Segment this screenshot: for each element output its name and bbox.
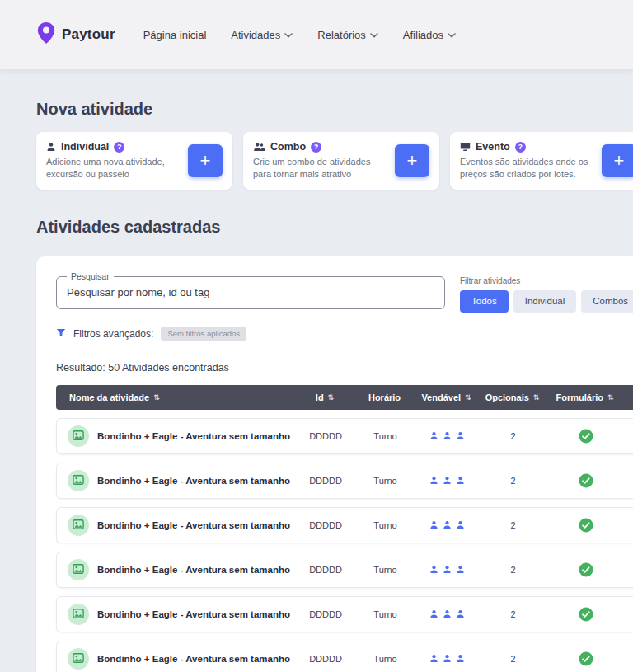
main-nav: Página inicialAtividadesRelatóriosAfilia… bbox=[143, 29, 456, 41]
new-activity-card-combo: Combo?Crie um combo de atividades para t… bbox=[243, 132, 439, 190]
image-icon bbox=[73, 430, 84, 442]
advanced-filters-badge: Sem filtros aplicados bbox=[161, 327, 246, 341]
nav-item-afiliados[interactable]: Afiliados bbox=[403, 29, 456, 41]
form-complete-icon bbox=[579, 651, 593, 666]
user-icon bbox=[429, 609, 438, 618]
activity-name: Bondinho + Eagle - Aventura sem tamanho bbox=[97, 520, 290, 530]
table-header: Nome da atividade⇅Id⇅HorárioVendável⇅Opc… bbox=[56, 385, 633, 410]
nav-item-atividades[interactable]: Atividades bbox=[231, 29, 293, 41]
user-icon bbox=[429, 565, 438, 574]
column-header-vendavel[interactable]: Vendável⇅ bbox=[415, 392, 478, 402]
activity-schedule: Turno bbox=[355, 476, 415, 486]
sort-icon: ⇅ bbox=[607, 393, 614, 402]
nav-item-pagina-inicial[interactable]: Página inicial bbox=[143, 29, 207, 41]
sort-icon: ⇅ bbox=[465, 393, 471, 402]
filter-buttons: TodosIndividualCombos bbox=[460, 290, 633, 313]
paytour-logo-icon bbox=[36, 21, 56, 48]
user-icon bbox=[429, 431, 438, 440]
sellable-channels bbox=[415, 565, 479, 574]
nav-item-label: Página inicial bbox=[143, 29, 207, 41]
nav-item-label: Afiliados bbox=[403, 29, 443, 41]
advanced-filters-toggle[interactable]: Filtros avançados: Sem filtros aplicados bbox=[56, 327, 633, 341]
filter-todos-button[interactable]: Todos bbox=[460, 290, 509, 313]
filter-combos-button[interactable]: Combos bbox=[581, 290, 633, 313]
activity-thumbnail-icon bbox=[68, 470, 89, 491]
chevron-down-icon bbox=[284, 33, 293, 38]
new-activity-title: Nova atividade bbox=[36, 100, 633, 119]
activities-title: Atividades cadastradas bbox=[36, 218, 633, 237]
form-complete-icon bbox=[579, 562, 593, 577]
image-icon bbox=[73, 609, 84, 620]
activity-row[interactable]: Bondinho + Eagle - Aventura sem tamanhoD… bbox=[56, 507, 633, 543]
column-label: Nome da atividade bbox=[69, 392, 149, 402]
user-icon bbox=[456, 565, 465, 574]
activity-name: Bondinho + Eagle - Aventura sem tamanho bbox=[97, 565, 290, 575]
column-label: Opcionais bbox=[485, 392, 529, 402]
activity-thumbnail-icon bbox=[68, 648, 89, 670]
new-activity-cards: Individual?Adicione uma nova atividade, … bbox=[36, 132, 633, 190]
help-icon[interactable]: ? bbox=[515, 142, 526, 153]
search-field-label: Pesquisar bbox=[67, 271, 114, 281]
image-icon bbox=[73, 519, 84, 531]
funnel-icon bbox=[56, 327, 66, 341]
sort-icon: ⇅ bbox=[153, 393, 160, 402]
activity-name: Bondinho + Eagle - Aventura sem tamanho bbox=[97, 609, 290, 619]
card-title: Individual bbox=[61, 141, 109, 153]
add-combo-button[interactable]: + bbox=[395, 144, 429, 177]
activity-row[interactable]: Bondinho + Eagle - Aventura sem tamanhoD… bbox=[56, 463, 633, 499]
optionals-count: 2 bbox=[479, 431, 547, 441]
column-label: Formulário bbox=[556, 392, 603, 402]
activity-id: DDDDD bbox=[296, 476, 355, 486]
help-icon[interactable]: ? bbox=[114, 142, 124, 153]
activity-thumbnail-icon bbox=[68, 425, 89, 447]
activities-table: Nome da atividade⇅Id⇅HorárioVendável⇅Opc… bbox=[56, 385, 633, 672]
activity-id: DDDDD bbox=[296, 609, 355, 619]
column-header-formulario[interactable]: Formulário⇅ bbox=[546, 392, 623, 402]
add-individual-button[interactable]: + bbox=[188, 144, 223, 177]
activity-row[interactable]: Bondinho + Eagle - Aventura sem tamanhoD… bbox=[56, 552, 633, 588]
activity-schedule: Turno bbox=[355, 654, 415, 664]
activity-row[interactable]: Bondinho + Eagle - Aventura sem tamanhoD… bbox=[56, 596, 633, 632]
navbar: Paytour Página inicialAtividadesRelatóri… bbox=[0, 0, 633, 70]
column-label: Id bbox=[316, 392, 324, 402]
chevron-down-icon bbox=[370, 33, 378, 38]
activity-row[interactable]: Bondinho + Eagle - Aventura sem tamanhoD… bbox=[56, 418, 633, 454]
activity-thumbnail-icon bbox=[68, 559, 89, 580]
activity-id: DDDDD bbox=[296, 520, 355, 530]
chevron-down-icon bbox=[448, 33, 456, 38]
search-filter-bar: Pesquisar Filtrar atividades TodosIndivi… bbox=[56, 276, 633, 313]
column-header-id[interactable]: Id⇅ bbox=[295, 392, 354, 402]
search-input[interactable] bbox=[57, 277, 444, 308]
nav-item-label: Atividades bbox=[231, 29, 280, 41]
brand[interactable]: Paytour bbox=[36, 21, 115, 48]
sort-icon: ⇅ bbox=[328, 393, 335, 402]
nav-item-relatorios[interactable]: Relatórios bbox=[317, 29, 378, 41]
user-icon bbox=[443, 565, 452, 574]
user-icon bbox=[443, 609, 452, 618]
activity-row[interactable]: Bondinho + Eagle - Aventura sem tamanhoD… bbox=[56, 641, 633, 672]
activity-schedule: Turno bbox=[355, 431, 415, 441]
help-icon[interactable]: ? bbox=[311, 142, 321, 153]
activity-thumbnail-icon bbox=[68, 604, 89, 625]
card-description: Eventos são atividades onde os preços sã… bbox=[460, 156, 590, 181]
image-icon bbox=[73, 653, 84, 665]
activity-id: DDDDD bbox=[296, 431, 355, 441]
activity-name: Bondinho + Eagle - Aventura sem tamanho bbox=[97, 654, 290, 664]
add-evento-button[interactable]: + bbox=[602, 144, 633, 177]
table-body: Bondinho + Eagle - Aventura sem tamanhoD… bbox=[56, 418, 633, 672]
filter-group: Filtrar atividades TodosIndividualCombos bbox=[460, 276, 633, 313]
sellable-channels bbox=[415, 520, 479, 529]
column-header-nome-da-atividade[interactable]: Nome da atividade⇅ bbox=[56, 392, 295, 402]
image-icon bbox=[73, 475, 84, 486]
filter-individual-button[interactable]: Individual bbox=[513, 290, 577, 313]
column-header-opcionais[interactable]: Opcionais⇅ bbox=[478, 392, 546, 402]
card-title: Combo bbox=[270, 141, 306, 153]
card-description: Crie um combo de atividades para tornar … bbox=[253, 156, 383, 181]
activity-schedule: Turno bbox=[355, 609, 415, 619]
sellable-channels bbox=[415, 654, 479, 663]
activity-schedule: Turno bbox=[355, 565, 415, 575]
user-icon bbox=[429, 654, 438, 663]
form-complete-icon bbox=[579, 429, 593, 444]
people-icon bbox=[253, 142, 265, 152]
user-icon bbox=[456, 476, 465, 485]
